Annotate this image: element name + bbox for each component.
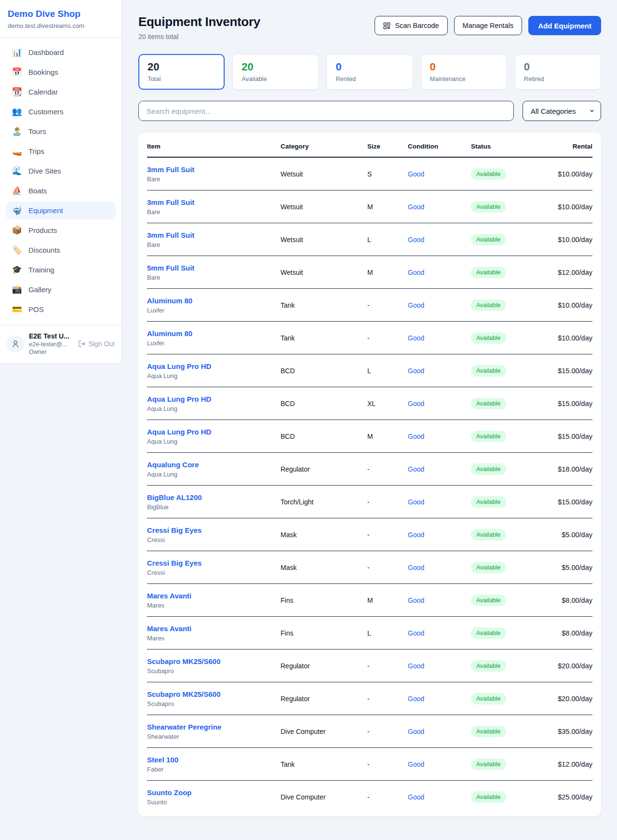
stat-value: 0	[430, 61, 498, 73]
size-cell: -	[367, 301, 408, 309]
sidebar-item-bookings[interactable]: 📅Bookings	[6, 63, 116, 81]
sidebar-item-dive-sites[interactable]: 🌊Dive Sites	[6, 162, 116, 180]
sidebar: Demo Dive Shop demo.test.divestreams.com…	[0, 0, 122, 364]
condition-link[interactable]: Good	[408, 662, 471, 670]
condition-link[interactable]: Good	[408, 367, 471, 375]
equipment-name-link[interactable]: Suunto Zoop	[147, 788, 281, 797]
stat-card-rented[interactable]: 0Rented	[326, 54, 413, 90]
rental-cell: $8.00/day	[546, 629, 592, 637]
equipment-name-link[interactable]: Aqua Lung Pro HD	[147, 395, 281, 403]
equipment-name-link[interactable]: Cressi Big Eyes	[147, 559, 281, 567]
sidebar-item-trips[interactable]: 🚤Trips	[6, 142, 116, 160]
item-cell: Scubapro MK25/S600Scubapro	[147, 690, 281, 707]
condition-link[interactable]: Good	[408, 596, 471, 604]
status-cell: Available	[471, 332, 546, 344]
stat-label: Retired	[524, 75, 592, 82]
equipment-brand: Scubapro	[147, 667, 281, 675]
sidebar-item-customers[interactable]: 👥Customers	[6, 103, 116, 121]
brand-name[interactable]: Demo Dive Shop	[8, 9, 114, 19]
sidebar-item-products[interactable]: 📦Products	[6, 221, 116, 239]
category-cell: BCD	[281, 400, 367, 407]
sidebar-item-boats[interactable]: ⛵Boats	[6, 182, 116, 200]
equipment-name-link[interactable]: Scubapro MK25/S600	[147, 690, 281, 698]
condition-link[interactable]: Good	[408, 564, 471, 571]
label-tag-icon: 🏷️	[12, 246, 22, 254]
condition-link[interactable]: Good	[408, 760, 471, 768]
category-select[interactable]: All Categories	[523, 101, 601, 121]
equipment-name-link[interactable]: Steel 100	[147, 756, 281, 764]
equipment-name-link[interactable]: Scubapro MK25/S600	[147, 657, 281, 665]
status-cell: Available	[471, 627, 546, 639]
table-row: Aqualung CoreAqua LungRegulator-GoodAvai…	[147, 453, 592, 486]
condition-link[interactable]: Good	[408, 203, 471, 211]
condition-link[interactable]: Good	[408, 629, 471, 637]
size-cell: L	[367, 367, 408, 375]
manage-rentals-button[interactable]: Manage Rentals	[454, 16, 523, 35]
column-header-size: Size	[367, 143, 408, 150]
rental-cell: $10.00/day	[546, 170, 592, 178]
search-input[interactable]	[138, 101, 514, 121]
condition-link[interactable]: Good	[408, 236, 471, 244]
category-cell: Regulator	[281, 695, 367, 703]
condition-link[interactable]: Good	[408, 400, 471, 407]
sidebar-item-dashboard[interactable]: 📊Dashboard	[6, 43, 116, 61]
equipment-name-link[interactable]: Aqua Lung Pro HD	[147, 428, 281, 436]
add-equipment-button[interactable]: Add Equipment	[528, 16, 601, 35]
table-row: Cressi Big EyesCressiMask-GoodAvailable$…	[147, 518, 592, 551]
stat-label: Rented	[335, 75, 403, 82]
equipment-name-link[interactable]: Aluminum 80	[147, 329, 281, 338]
sidebar-item-gallery[interactable]: 📸Gallery	[6, 281, 116, 298]
equipment-name-link[interactable]: BigBlue AL1200	[147, 493, 281, 501]
sidebar-item-tours[interactable]: 🏝️Tours	[6, 122, 116, 140]
condition-link[interactable]: Good	[408, 334, 471, 342]
condition-link[interactable]: Good	[408, 170, 471, 178]
condition-link[interactable]: Good	[408, 793, 471, 801]
brand-block: Demo Dive Shop demo.test.divestreams.com	[0, 9, 121, 29]
item-cell: Steel 100Faber	[147, 756, 281, 773]
condition-link[interactable]: Good	[408, 728, 471, 735]
equipment-name-link[interactable]: Shearwater Peregrine	[147, 723, 281, 731]
equipment-name-link[interactable]: 5mm Full Suit	[147, 264, 281, 272]
condition-link[interactable]: Good	[408, 531, 471, 539]
stat-value: 0	[524, 61, 592, 73]
size-cell: -	[367, 695, 408, 703]
equipment-name-link[interactable]: Aluminum 80	[147, 297, 281, 305]
sign-out-button[interactable]: Sign Out	[78, 340, 115, 348]
equipment-name-link[interactable]: Cressi Big Eyes	[147, 526, 281, 534]
equipment-name-link[interactable]: Aqua Lung Pro HD	[147, 362, 281, 370]
stat-card-retired[interactable]: 0Retired	[515, 54, 601, 90]
scan-barcode-button[interactable]: Scan Barcode	[375, 16, 447, 35]
sidebar-item-discounts[interactable]: 🏷️Discounts	[6, 241, 116, 259]
column-header-rental: Rental	[546, 143, 592, 150]
sidebar-item-training[interactable]: 🎓Training	[6, 261, 116, 279]
equipment-name-link[interactable]: Mares Avanti	[147, 624, 281, 633]
item-cell: Aqua Lung Pro HDAqua Lung	[147, 395, 281, 412]
rental-cell: $10.00/day	[546, 236, 592, 244]
page-header-text: Equipment Inventory 20 items total	[138, 14, 260, 41]
condition-link[interactable]: Good	[408, 695, 471, 703]
table-row: Scubapro MK25/S600ScubaproRegulator-Good…	[147, 682, 592, 715]
condition-link[interactable]: Good	[408, 301, 471, 309]
status-cell: Available	[471, 463, 546, 475]
stat-card-maintenance[interactable]: 0Maintenance	[421, 54, 507, 90]
equipment-name-link[interactable]: Mares Avanti	[147, 592, 281, 600]
stat-card-available[interactable]: 20Available	[232, 54, 319, 90]
status-cell: Available	[471, 267, 546, 278]
table-row: Cressi Big EyesCressiMask-GoodAvailable$…	[147, 551, 592, 584]
condition-link[interactable]: Good	[408, 269, 471, 276]
equipment-name-link[interactable]: 3mm Full Suit	[147, 198, 281, 206]
condition-link[interactable]: Good	[408, 433, 471, 440]
table-body: 3mm Full SuitBareWetsuitSGoodAvailable$1…	[147, 158, 592, 813]
rental-cell: $15.00/day	[546, 367, 592, 375]
sidebar-item-calendar[interactable]: 📆Calendar	[6, 83, 116, 101]
equipment-name-link[interactable]: 3mm Full Suit	[147, 165, 281, 174]
equipment-name-link[interactable]: Aqualung Core	[147, 461, 281, 469]
page-header: Equipment Inventory 20 items total Scan …	[138, 14, 601, 41]
sidebar-item-label: Trips	[28, 147, 44, 155]
stat-card-total[interactable]: 20Total	[138, 54, 225, 90]
equipment-name-link[interactable]: 3mm Full Suit	[147, 231, 281, 239]
condition-link[interactable]: Good	[408, 498, 471, 506]
sidebar-item-equipment[interactable]: 🤿Equipment	[6, 202, 116, 219]
condition-link[interactable]: Good	[408, 465, 471, 473]
sidebar-item-pos[interactable]: 💳POS	[6, 300, 116, 318]
